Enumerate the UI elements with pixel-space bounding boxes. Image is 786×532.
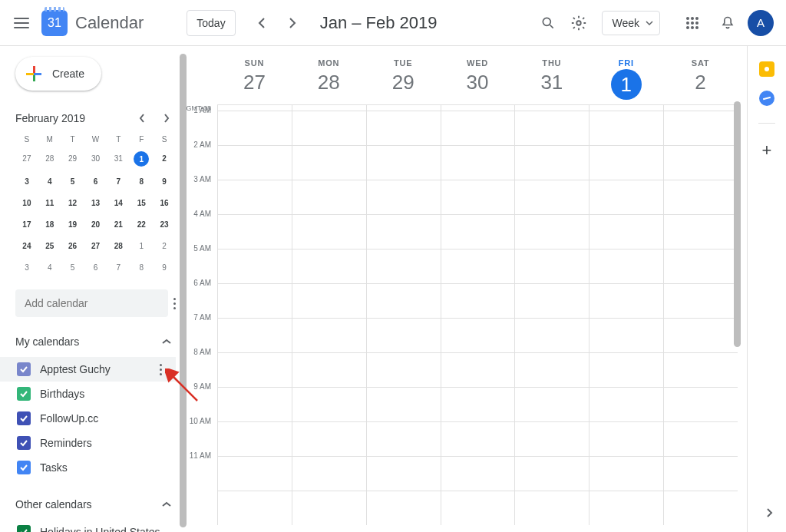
grid-cell[interactable] (589, 284, 663, 318)
grid-cell[interactable] (441, 353, 515, 387)
grid-cell[interactable] (589, 353, 663, 387)
mini-cal-day[interactable]: 8 (130, 174, 153, 188)
mini-cal-day[interactable]: 2 (153, 151, 176, 165)
mini-cal-day[interactable]: 23 (153, 217, 176, 231)
mini-cal-day[interactable]: 16 (153, 196, 176, 210)
grid-cell[interactable] (589, 422, 663, 456)
grid-cell[interactable] (366, 215, 441, 249)
day-column-header[interactable]: MON28 (292, 58, 366, 100)
grid-cell[interactable] (589, 491, 663, 525)
mini-cal-next[interactable] (157, 109, 176, 127)
grid-cell[interactable] (514, 215, 589, 249)
mini-cal-day[interactable]: 12 (61, 196, 84, 210)
calendar-item[interactable]: Holidays in United States (0, 520, 176, 532)
grid-cell[interactable] (514, 388, 589, 421)
calendar-item[interactable]: FollowUp.cc (0, 406, 176, 431)
grid-cell[interactable] (441, 491, 515, 525)
grid-cell[interactable] (514, 146, 589, 180)
notifications-button[interactable] (712, 8, 743, 38)
grid-cell[interactable] (514, 353, 589, 387)
grid-cell[interactable] (217, 111, 292, 145)
grid-cell[interactable] (663, 180, 738, 214)
grid-cell[interactable] (514, 105, 589, 111)
grid-cell[interactable] (589, 319, 663, 352)
grid-cell[interactable] (217, 180, 292, 214)
app-logo[interactable]: 31 Calendar (41, 10, 144, 36)
grid-cell[interactable] (514, 111, 589, 145)
grid-cell[interactable] (589, 146, 663, 180)
grid-cell[interactable] (514, 180, 589, 214)
grid-cell[interactable] (441, 388, 515, 421)
mini-cal-day[interactable]: 7 (107, 174, 130, 188)
grid-cell[interactable] (366, 491, 441, 525)
mini-cal-day[interactable]: 8 (130, 260, 153, 274)
mini-cal-day[interactable]: 22 (130, 217, 153, 231)
account-avatar[interactable]: A (748, 10, 774, 36)
grid-cell[interactable] (663, 284, 738, 318)
grid-cell[interactable] (441, 249, 515, 283)
grid-cell[interactable] (589, 180, 663, 214)
search-button[interactable] (533, 8, 563, 38)
grid-cell[interactable] (292, 388, 366, 421)
mini-cal-day[interactable]: 4 (38, 174, 61, 188)
mini-cal-day[interactable]: 5 (61, 174, 84, 188)
grid-cell[interactable] (441, 180, 515, 214)
view-selector[interactable]: Week (602, 11, 660, 35)
grid-cell[interactable] (589, 457, 663, 491)
calendar-item[interactable]: Birthdays (0, 382, 176, 406)
grid-cell[interactable] (589, 111, 663, 145)
mini-cal-day[interactable]: 2 (153, 239, 176, 253)
grid-cell[interactable] (441, 284, 515, 318)
mini-cal-day[interactable]: 19 (61, 217, 84, 231)
mini-cal-day[interactable]: 11 (38, 196, 61, 210)
mini-cal-day[interactable]: 27 (15, 151, 38, 165)
grid-cell[interactable] (366, 457, 441, 491)
apps-button[interactable] (677, 8, 708, 38)
mini-cal-day[interactable]: 15 (130, 196, 153, 210)
day-column-header[interactable]: SAT2 (663, 58, 738, 100)
day-column-header[interactable]: WED30 (441, 58, 515, 100)
grid-cell[interactable] (217, 319, 292, 352)
mini-cal-day[interactable]: 17 (15, 217, 38, 231)
day-column-header[interactable]: TUE29 (366, 58, 441, 100)
day-column-header[interactable]: SUN27 (217, 58, 292, 100)
grid-cell[interactable] (366, 319, 441, 352)
grid-cell[interactable] (217, 422, 292, 456)
grid-cell[interactable] (366, 422, 441, 456)
grid-cell[interactable] (366, 111, 441, 145)
grid-cell[interactable] (663, 491, 738, 525)
grid-cell[interactable] (441, 319, 515, 352)
grid-cell[interactable] (366, 249, 441, 283)
calendar-item[interactable]: Tasks (0, 455, 176, 480)
mini-cal-day[interactable]: 30 (84, 151, 107, 165)
grid-cell[interactable] (441, 146, 515, 180)
grid-cell[interactable] (366, 180, 441, 214)
mini-cal-day[interactable]: 4 (38, 260, 61, 274)
mini-cal-day[interactable]: 31 (107, 151, 130, 165)
grid-cell[interactable] (514, 319, 589, 352)
day-column-header[interactable]: FRI1 (589, 58, 663, 100)
grid-cell[interactable] (292, 422, 366, 456)
calendar-item-options[interactable] (151, 360, 170, 378)
day-column-header[interactable]: THU31 (514, 58, 589, 100)
hide-panel-button[interactable] (765, 507, 774, 518)
grid-cell[interactable] (292, 457, 366, 491)
grid-cell[interactable] (663, 111, 738, 145)
grid-cell[interactable] (217, 491, 292, 525)
mini-cal-day[interactable]: 24 (15, 239, 38, 253)
create-button[interactable]: Create (15, 57, 101, 91)
main-menu-button[interactable] (12, 14, 31, 32)
grid-cell[interactable] (589, 215, 663, 249)
mini-cal-day[interactable]: 1 (130, 239, 153, 253)
mini-cal-day[interactable]: 26 (61, 239, 84, 253)
grid-cell[interactable] (663, 319, 738, 352)
grid-cell[interactable] (217, 388, 292, 421)
mini-cal-day[interactable]: 29 (61, 151, 84, 165)
grid-cell[interactable] (589, 105, 663, 111)
mini-cal-day[interactable]: 20 (84, 217, 107, 231)
mini-cal-day[interactable]: 18 (38, 217, 61, 231)
mini-cal-day[interactable]: 3 (15, 174, 38, 188)
next-period-button[interactable] (280, 11, 305, 35)
grid-cell[interactable] (292, 249, 366, 283)
grid-cell[interactable] (514, 422, 589, 456)
